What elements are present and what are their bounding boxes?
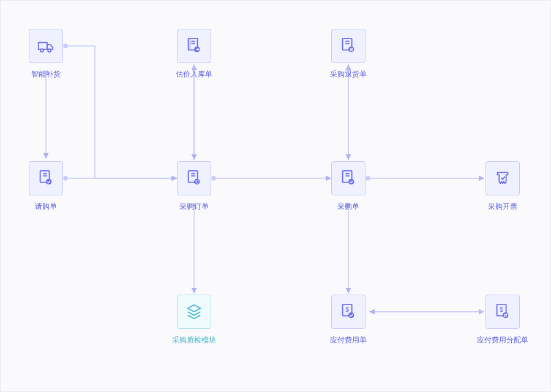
svg-text:$: $ (500, 306, 503, 313)
node-purchase-req[interactable]: 请购单 (24, 161, 68, 212)
svg-point-22 (46, 179, 51, 184)
node-label: 请购单 (35, 202, 57, 212)
doc-check-icon (331, 161, 365, 195)
node-label: 智能补货 (31, 69, 61, 80)
svg-point-34 (348, 312, 354, 318)
doc-swap-icon: $ (485, 295, 520, 329)
svg-point-9 (48, 49, 51, 52)
receipt-icon (485, 161, 520, 195)
node-invoice[interactable]: 采购开票 (481, 161, 525, 212)
connector-layer (1, 1, 551, 392)
svg-point-37 (503, 312, 508, 318)
node-label: 估价入库单 (176, 69, 212, 80)
node-label: 采购质检模块 (172, 335, 216, 345)
node-label: 应付费用分配单 (477, 335, 528, 345)
node-label: 采购单 (337, 202, 359, 212)
doc-return-icon: 退 (331, 29, 365, 63)
svg-text:$: $ (345, 306, 349, 313)
node-est-inbound[interactable]: 估价入库单 (172, 29, 216, 80)
doc-order-icon: 订 (177, 161, 211, 195)
svg-point-8 (40, 49, 43, 52)
layers-icon (177, 295, 211, 329)
svg-text:订: 订 (195, 179, 199, 184)
node-label: 应付费用单 (330, 335, 367, 345)
node-qc-module[interactable]: 采购质检模块 (172, 295, 216, 345)
node-fee-alloc[interactable]: $ 应付费用分配单 (481, 295, 525, 345)
node-purchase-note[interactable]: 采购单 (326, 161, 370, 212)
svg-rect-7 (39, 42, 47, 49)
node-purchase-return[interactable]: 退 采购退货单 (326, 29, 370, 80)
node-purchase-order[interactable]: 订 采购订单 (172, 161, 216, 212)
node-payable-fee[interactable]: $ 应付费用单 (326, 295, 370, 345)
node-label: 采购退货单 (330, 69, 367, 80)
truck-icon (29, 29, 63, 63)
node-label: 采购订单 (179, 202, 209, 212)
doc-money-icon: $ (331, 295, 365, 329)
node-label: 采购开票 (488, 202, 517, 212)
doc-arrow-icon (177, 29, 211, 63)
doc-check-icon (29, 161, 63, 195)
svg-text:退: 退 (349, 47, 354, 51)
node-smart-restock[interactable]: 智能补货 (24, 29, 68, 80)
svg-point-31 (348, 179, 354, 184)
